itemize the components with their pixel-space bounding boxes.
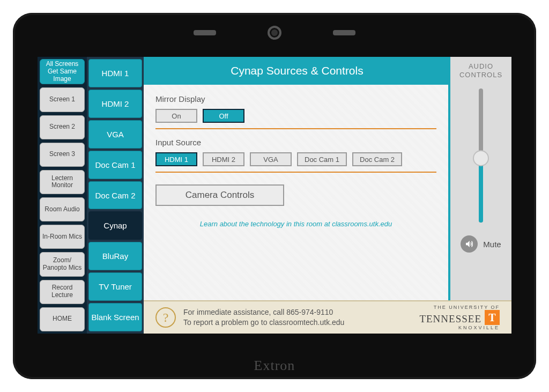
- input-vga[interactable]: VGA: [250, 152, 292, 166]
- divider: [155, 172, 436, 173]
- nav-in-room-mics[interactable]: In-Room Mics: [40, 225, 85, 249]
- source-hdmi-2[interactable]: HDMI 2: [88, 90, 142, 118]
- speaker-slot-left: [194, 30, 216, 35]
- nav-zoom-panopto-mics[interactable]: Zoom/ Panopto Mics: [40, 252, 85, 276]
- nav-screen-3[interactable]: Screen 3: [40, 143, 85, 167]
- nav-screen-2[interactable]: Screen 2: [40, 115, 85, 139]
- audio-controls-panel: AUDIOCONTROLS Mute: [450, 57, 511, 300]
- nav-all-screens[interactable]: All Screens Get Same Image: [40, 59, 85, 84]
- mirror-display-label: Mirror Display: [155, 94, 436, 103]
- tennessee-t-icon: T: [485, 310, 500, 325]
- content-area: Mirror Display On Off Input Source HDMI …: [144, 85, 450, 300]
- camera-controls-button[interactable]: Camera Controls: [155, 184, 284, 206]
- source-vga[interactable]: VGA: [88, 120, 142, 149]
- source-selector: HDMI 1 HDMI 2 VGA Doc Cam 1 Doc Cam 2 Cy…: [87, 57, 144, 334]
- device-brand: Extron: [254, 358, 295, 374]
- learn-more-text: Learn about the technology in this room …: [155, 220, 436, 228]
- page-title: Cynap Sources & Controls: [144, 57, 450, 85]
- input-hdmi-2[interactable]: HDMI 2: [203, 152, 244, 166]
- nav-record-lecture[interactable]: Record Lecture: [40, 280, 85, 304]
- nav-home[interactable]: HOME: [40, 307, 85, 331]
- source-bluray[interactable]: BluRay: [88, 242, 142, 270]
- source-doc-cam-1[interactable]: Doc Cam 1: [88, 151, 142, 179]
- input-hdmi-1[interactable]: HDMI 1: [155, 152, 197, 166]
- volume-slider[interactable]: [475, 88, 487, 223]
- speaker-slot-right: [333, 30, 355, 35]
- help-icon: ?: [155, 307, 176, 328]
- speaker-icon: [461, 235, 478, 253]
- source-tv-tuner[interactable]: TV Tuner: [88, 272, 142, 301]
- nav-lectern-monitor[interactable]: Lectern Monitor: [40, 170, 85, 194]
- slider-thumb[interactable]: [473, 150, 489, 166]
- mirror-on-button[interactable]: On: [155, 109, 197, 123]
- help-footer: ? For immediate assistance, call 865-974…: [144, 300, 511, 334]
- device-bezel: All Screens Get Same Image Screen 1 Scre…: [13, 13, 536, 379]
- mute-button[interactable]: Mute: [461, 235, 501, 253]
- screen-destination-nav: All Screens Get Same Image Screen 1 Scre…: [38, 57, 87, 334]
- source-blank-screen[interactable]: Blank Screen: [88, 303, 142, 331]
- nav-room-audio[interactable]: Room Audio: [40, 197, 85, 221]
- university-logo: THE UNIVERSITY OF TENNESSEE T KNOXVILLE: [419, 305, 500, 330]
- input-doc-cam-2[interactable]: Doc Cam 2: [352, 152, 402, 166]
- source-doc-cam-2[interactable]: Doc Cam 2: [88, 181, 142, 210]
- main-panel: Cynap Sources & Controls Mirror Display …: [144, 57, 450, 300]
- input-doc-cam-1[interactable]: Doc Cam 1: [297, 152, 347, 166]
- divider: [155, 128, 436, 129]
- front-camera-icon: [268, 26, 281, 40]
- mirror-off-button[interactable]: Off: [203, 109, 244, 123]
- source-hdmi-1[interactable]: HDMI 1: [88, 59, 142, 87]
- touch-screen: All Screens Get Same Image Screen 1 Scre…: [38, 57, 511, 334]
- source-cynap[interactable]: Cynap: [88, 211, 142, 240]
- mute-label: Mute: [483, 240, 501, 249]
- input-source-label: Input Source: [155, 138, 436, 147]
- help-text: For immediate assistance, call 865-974-9…: [183, 307, 412, 328]
- audio-title: AUDIOCONTROLS: [459, 62, 502, 79]
- slider-fill: [479, 158, 483, 223]
- nav-screen-1[interactable]: Screen 1: [40, 87, 85, 112]
